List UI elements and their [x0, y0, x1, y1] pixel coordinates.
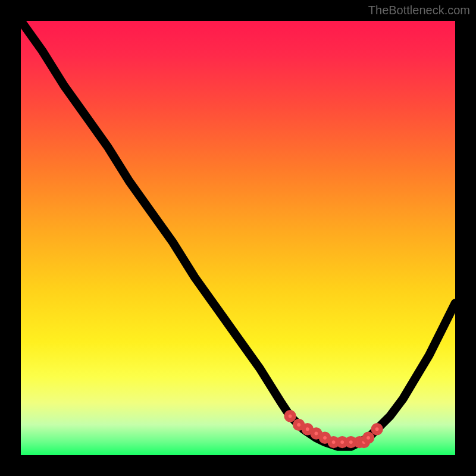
- highlight-markers: [286, 412, 381, 446]
- marker-point: [312, 430, 320, 437]
- plot-area: [21, 21, 455, 455]
- marker-point: [364, 434, 372, 441]
- marker-point: [286, 412, 294, 420]
- marker-point: [321, 434, 328, 441]
- marker-point: [303, 425, 311, 433]
- watermark-text: TheBottleneck.com: [368, 4, 470, 17]
- marker-point: [373, 425, 381, 433]
- chart-overlay: [21, 21, 455, 455]
- chart-container: TheBottleneck.com: [0, 0, 476, 476]
- marker-point: [295, 421, 303, 428]
- bottleneck-curve: [21, 21, 455, 446]
